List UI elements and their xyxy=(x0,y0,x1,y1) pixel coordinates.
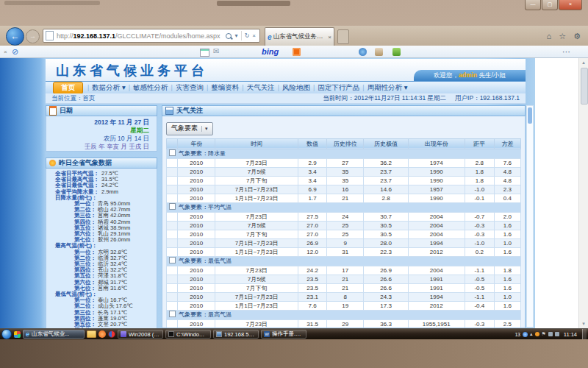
table-row[interactable]: 20107月23日31.52936.31955,1951-0.32.5 xyxy=(167,319,521,328)
group-checkbox[interactable] xyxy=(169,311,176,317)
addon-icon[interactable] xyxy=(392,48,401,56)
blocked-icon[interactable]: ⊘ xyxy=(12,47,18,57)
new-tab-button[interactable] xyxy=(337,29,349,44)
menu-item-4[interactable]: 灾害查询 xyxy=(176,83,204,93)
table-row[interactable]: 20101月1日~7月23日7.61917.32012-0.41.6 xyxy=(167,301,521,310)
pinned-app-icon[interactable] xyxy=(14,331,21,338)
browser-scrollbar-thumb[interactable] xyxy=(581,68,588,105)
group-row[interactable]: 气象要素：最高气温 xyxy=(167,310,521,319)
security-app-icon[interactable] xyxy=(108,330,115,338)
scroll-up-icon[interactable]: ▴ xyxy=(579,60,588,66)
show-desktop-button[interactable] xyxy=(582,329,587,340)
taskbar-window-ie[interactable]: e 山东省气候业... xyxy=(23,330,85,339)
page-icon xyxy=(46,31,54,40)
taskbar-window-1[interactable]: Win2008 (VS2... xyxy=(118,330,163,339)
group-row[interactable]: 气象要素：平均气温 xyxy=(167,202,521,212)
menu-item-7[interactable]: 风险地图 xyxy=(282,83,310,93)
table-row[interactable]: 20101月1日~7月23日1.7212.81990-0.10.4 xyxy=(167,194,521,202)
start-button[interactable] xyxy=(1,329,12,339)
table-row[interactable]: 20107月23日24.21726.92004-1.11.8 xyxy=(167,266,521,275)
table-row[interactable]: 20107月5候3.43523.719901.84.8 xyxy=(167,167,521,176)
menu-item-3[interactable]: 敏感性分析 xyxy=(133,83,168,93)
cell: 1.6 xyxy=(494,221,520,230)
favorites-icon[interactable]: ☆ xyxy=(559,32,566,41)
tools-icon[interactable]: ⚙ xyxy=(573,32,581,41)
taskbar-window-2[interactable]: C:\Windows\s... xyxy=(165,330,211,339)
rank-row: 第五位：文登 20.7℃ xyxy=(49,322,154,328)
content-scrollbar-thumb[interactable] xyxy=(528,107,532,124)
card-icon[interactable] xyxy=(200,49,209,57)
maximize-button[interactable]: ▢ xyxy=(542,0,558,10)
home-icon[interactable]: ⌂ xyxy=(547,32,552,41)
minimize-button[interactable]: — xyxy=(525,0,541,10)
bing-logo[interactable]: bing xyxy=(262,47,279,56)
search-icon[interactable] xyxy=(226,33,232,39)
group-checkbox[interactable] xyxy=(169,149,176,156)
row-indent-cell xyxy=(167,247,178,256)
refresh-icon[interactable]: ↻ xyxy=(245,32,250,39)
group-row[interactable]: 气象要素：降水量 xyxy=(167,149,521,158)
more-icon[interactable]: ⋯ xyxy=(562,47,570,57)
browser-tab[interactable]: e 山东省气候业务平... × xyxy=(265,27,334,46)
tab-close-icon[interactable]: × xyxy=(328,34,331,40)
taskbar-window-3[interactable]: 192.168.59.99... xyxy=(213,330,259,339)
column-header: 距平 xyxy=(465,138,494,149)
menu-item-6[interactable]: 天气关注 xyxy=(247,83,275,93)
menu-separator: | xyxy=(242,84,243,91)
group-checkbox[interactable] xyxy=(169,257,176,263)
group-checkbox[interactable] xyxy=(169,203,176,210)
element-filter-button[interactable]: 气象要素▾ xyxy=(166,122,213,135)
group-cell: 气象要素：最低气温 xyxy=(167,256,521,266)
table-row[interactable]: 20107月23日2.92736.219742.87.6 xyxy=(167,158,521,167)
main-panel-body: 气象要素▾ 年份时间数值历史排位历史极值出现年份距平方差 气象要素：降水量201… xyxy=(162,116,526,328)
table-row[interactable]: 20107月1日~7月23日23.1824.31994-1.11.0 xyxy=(167,292,521,301)
menu-item-9[interactable]: 周期性分析 ▾ xyxy=(368,83,408,93)
mail-icon[interactable]: ✉ xyxy=(213,47,219,55)
table-row[interactable]: 20107月下旬3.43523.719901.84.8 xyxy=(167,176,521,185)
cell: -1.1 xyxy=(465,292,494,301)
chevron-down-icon[interactable]: ▾ xyxy=(235,32,238,39)
network-icon[interactable] xyxy=(548,332,553,336)
cell: 7月5候 xyxy=(215,221,298,230)
table-row[interactable]: 20107月23日27.52430.72004-0.72.0 xyxy=(167,212,521,221)
show-hidden-icons-icon[interactable]: ▴ xyxy=(530,331,533,337)
tray-app-icon[interactable] xyxy=(523,332,528,337)
close-button[interactable]: × xyxy=(559,0,582,10)
cell: 30.5 xyxy=(364,221,408,230)
addon-icon[interactable] xyxy=(375,48,383,56)
content-scrollbar[interactable] xyxy=(526,105,534,328)
menu-item-2[interactable]: 数据分析 ▾ xyxy=(92,83,125,93)
close-toolbar-icon[interactable]: × xyxy=(4,49,7,55)
scroll-down-icon[interactable]: ▾ xyxy=(579,321,588,327)
explorer-icon[interactable] xyxy=(87,330,96,338)
volume-icon[interactable] xyxy=(555,332,559,336)
tray-app-icon[interactable] xyxy=(535,332,539,336)
forward-button[interactable]: → xyxy=(26,29,40,43)
menu-item-8[interactable]: 固定下行产品 xyxy=(318,83,359,93)
group-row[interactable]: 气象要素：最低气温 xyxy=(167,256,521,266)
table-row[interactable]: 20107月1日~7月23日6.91614.61957-1.02.3 xyxy=(167,185,521,194)
row-indent-cell xyxy=(167,167,178,176)
table-row[interactable]: 20107月1日~7月23日26.9928.01994-1.01.0 xyxy=(167,238,521,247)
browser-scrollbar[interactable]: ▴ ▾ xyxy=(578,58,588,328)
table-row[interactable]: 20107月5候27.02530.52004-0.31.6 xyxy=(167,221,521,230)
table-row[interactable]: 20101月1日~7月23日12.03122.320120.21.6 xyxy=(167,247,521,256)
address-bar[interactable]: http://192.168.137.1/GLCCLIMATE/modules/… xyxy=(43,29,260,43)
ime-indicator[interactable]: 13 xyxy=(515,332,520,337)
table-row[interactable]: 20107月5候23.52126.61991-0.51.6 xyxy=(167,275,521,283)
table-row[interactable]: 20107月下旬27.02530.52004-0.31.6 xyxy=(167,230,521,238)
menu-item-1[interactable]: 首页 xyxy=(53,82,83,94)
taskbar-clock[interactable]: 11:14 xyxy=(564,331,577,338)
date-panel-body: 2012 年 11 月 27 日 星期二 农历 10 月 14 日 壬辰 年 辛… xyxy=(46,116,157,152)
addon-icon[interactable] xyxy=(293,48,301,56)
menu-item-5[interactable]: 整编资料 xyxy=(211,83,239,93)
back-button[interactable]: ← xyxy=(6,27,24,46)
cell: 1955,1951 xyxy=(408,319,465,328)
browser-app-icon[interactable] xyxy=(98,330,106,338)
addon-icon[interactable] xyxy=(359,48,367,56)
stop-icon[interactable]: × xyxy=(252,32,256,39)
flag-icon[interactable]: ⚑ xyxy=(542,331,546,337)
divider xyxy=(241,31,242,40)
taskbar-window-4[interactable]: W操作手册.docx ... xyxy=(261,330,306,339)
table-row[interactable]: 20107月下旬23.52126.61991-0.51.6 xyxy=(167,283,521,292)
